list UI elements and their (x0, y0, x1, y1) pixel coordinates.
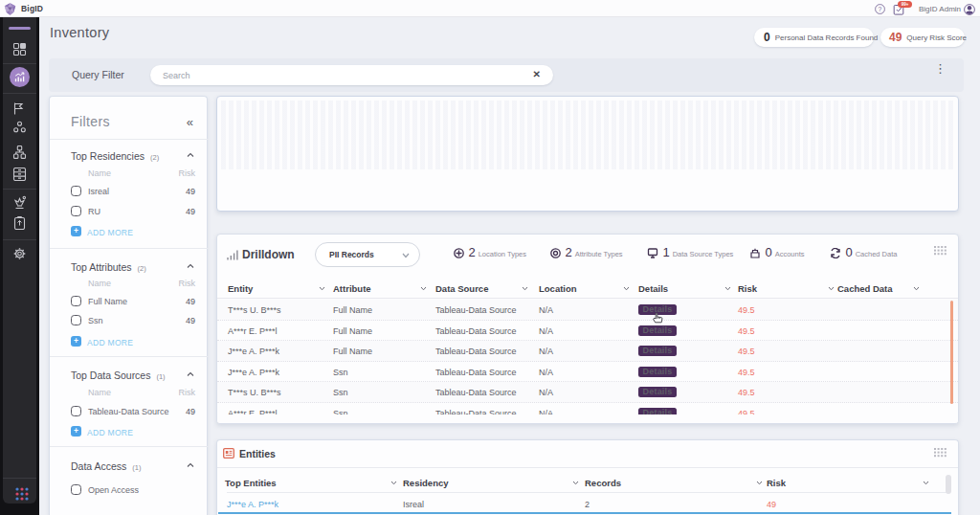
svg-text:?: ? (879, 6, 882, 12)
